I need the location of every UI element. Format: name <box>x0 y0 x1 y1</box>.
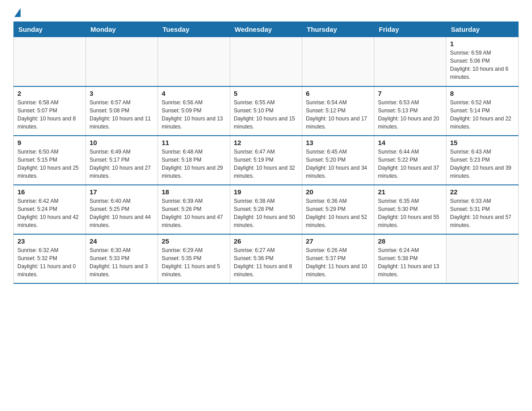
day-number: 1 <box>450 40 515 47</box>
day-info: Sunrise: 6:43 AMSunset: 5:23 PMDaylight:… <box>450 148 515 180</box>
logo-triangle-icon <box>14 8 21 17</box>
calendar-cell: 20Sunrise: 6:36 AMSunset: 5:29 PMDayligh… <box>302 185 374 234</box>
calendar-cell <box>86 37 158 86</box>
day-info: Sunrise: 6:33 AMSunset: 5:31 PMDaylight:… <box>450 197 515 229</box>
calendar-cell: 16Sunrise: 6:42 AMSunset: 5:24 PMDayligh… <box>14 185 86 234</box>
day-number: 25 <box>162 237 226 245</box>
calendar-cell: 13Sunrise: 6:45 AMSunset: 5:20 PMDayligh… <box>302 136 374 185</box>
calendar-cell: 19Sunrise: 6:38 AMSunset: 5:28 PMDayligh… <box>230 185 302 234</box>
day-info: Sunrise: 6:44 AMSunset: 5:22 PMDaylight:… <box>378 148 442 180</box>
day-info: Sunrise: 6:39 AMSunset: 5:26 PMDaylight:… <box>162 197 226 229</box>
day-info: Sunrise: 6:27 AMSunset: 5:36 PMDaylight:… <box>234 246 298 278</box>
calendar-cell: 17Sunrise: 6:40 AMSunset: 5:25 PMDayligh… <box>86 185 158 234</box>
day-number: 8 <box>450 90 515 97</box>
day-header-saturday: Saturday <box>446 22 519 37</box>
calendar-cell: 5Sunrise: 6:55 AMSunset: 5:10 PMDaylight… <box>230 86 302 136</box>
week-row-1: 2Sunrise: 6:58 AMSunset: 5:07 PMDaylight… <box>14 86 519 136</box>
calendar-cell: 26Sunrise: 6:27 AMSunset: 5:36 PMDayligh… <box>230 234 302 283</box>
day-number: 9 <box>17 139 82 146</box>
day-header-friday: Friday <box>374 22 446 37</box>
calendar-cell: 11Sunrise: 6:48 AMSunset: 5:18 PMDayligh… <box>158 136 230 185</box>
day-info: Sunrise: 6:29 AMSunset: 5:35 PMDaylight:… <box>162 246 226 278</box>
calendar-cell: 1Sunrise: 6:59 AMSunset: 5:06 PMDaylight… <box>446 37 519 86</box>
week-row-3: 16Sunrise: 6:42 AMSunset: 5:24 PMDayligh… <box>14 185 519 234</box>
calendar-cell <box>446 234 519 283</box>
day-header-sunday: Sunday <box>14 22 86 37</box>
day-info: Sunrise: 6:57 AMSunset: 5:08 PMDaylight:… <box>90 98 154 131</box>
calendar-cell: 7Sunrise: 6:53 AMSunset: 5:13 PMDaylight… <box>374 86 446 136</box>
day-header-tuesday: Tuesday <box>158 22 230 37</box>
calendar-cell: 28Sunrise: 6:24 AMSunset: 5:38 PMDayligh… <box>374 234 446 283</box>
calendar-cell: 22Sunrise: 6:33 AMSunset: 5:31 PMDayligh… <box>446 185 519 234</box>
day-header-monday: Monday <box>86 22 158 37</box>
calendar-cell: 2Sunrise: 6:58 AMSunset: 5:07 PMDaylight… <box>14 86 86 136</box>
week-row-2: 9Sunrise: 6:50 AMSunset: 5:15 PMDaylight… <box>14 136 519 185</box>
day-info: Sunrise: 6:30 AMSunset: 5:33 PMDaylight:… <box>90 246 154 278</box>
day-number: 28 <box>378 237 442 245</box>
calendar-cell: 10Sunrise: 6:49 AMSunset: 5:17 PMDayligh… <box>86 136 158 185</box>
day-info: Sunrise: 6:26 AMSunset: 5:37 PMDaylight:… <box>306 246 370 278</box>
calendar-cell: 4Sunrise: 6:56 AMSunset: 5:09 PMDaylight… <box>158 86 230 136</box>
calendar-cell: 6Sunrise: 6:54 AMSunset: 5:12 PMDaylight… <box>302 86 374 136</box>
day-number: 19 <box>234 188 298 196</box>
calendar-cell <box>14 37 86 86</box>
day-number: 15 <box>450 139 515 146</box>
day-number: 2 <box>17 90 82 97</box>
day-number: 13 <box>306 139 370 146</box>
logo <box>13 9 21 17</box>
calendar-cell: 23Sunrise: 6:32 AMSunset: 5:32 PMDayligh… <box>14 234 86 283</box>
day-info: Sunrise: 6:49 AMSunset: 5:17 PMDaylight:… <box>90 148 154 180</box>
day-number: 27 <box>306 237 370 245</box>
day-number: 5 <box>234 90 298 97</box>
day-info: Sunrise: 6:35 AMSunset: 5:30 PMDaylight:… <box>378 197 442 229</box>
day-number: 18 <box>162 188 226 196</box>
day-header-wednesday: Wednesday <box>230 22 302 37</box>
day-number: 17 <box>90 188 154 196</box>
day-info: Sunrise: 6:48 AMSunset: 5:18 PMDaylight:… <box>162 148 226 180</box>
day-info: Sunrise: 6:59 AMSunset: 5:06 PMDaylight:… <box>450 49 515 81</box>
day-info: Sunrise: 6:53 AMSunset: 5:13 PMDaylight:… <box>378 98 442 131</box>
calendar-cell <box>302 37 374 86</box>
day-info: Sunrise: 6:47 AMSunset: 5:19 PMDaylight:… <box>234 148 298 180</box>
day-info: Sunrise: 6:32 AMSunset: 5:32 PMDaylight:… <box>17 246 82 278</box>
day-info: Sunrise: 6:52 AMSunset: 5:14 PMDaylight:… <box>450 98 515 131</box>
day-header-thursday: Thursday <box>302 22 374 37</box>
calendar-cell: 3Sunrise: 6:57 AMSunset: 5:08 PMDaylight… <box>86 86 158 136</box>
calendar-cell: 18Sunrise: 6:39 AMSunset: 5:26 PMDayligh… <box>158 185 230 234</box>
day-number: 14 <box>378 139 442 146</box>
day-number: 4 <box>162 90 226 97</box>
day-number: 11 <box>162 139 226 146</box>
day-number: 7 <box>378 90 442 97</box>
page-header <box>13 9 519 17</box>
calendar-cell: 15Sunrise: 6:43 AMSunset: 5:23 PMDayligh… <box>446 136 519 185</box>
day-number: 16 <box>17 188 82 196</box>
day-number: 20 <box>306 188 370 196</box>
day-info: Sunrise: 6:56 AMSunset: 5:09 PMDaylight:… <box>162 98 226 131</box>
day-info: Sunrise: 6:40 AMSunset: 5:25 PMDaylight:… <box>90 197 154 229</box>
calendar-cell: 27Sunrise: 6:26 AMSunset: 5:37 PMDayligh… <box>302 234 374 283</box>
calendar-cell: 21Sunrise: 6:35 AMSunset: 5:30 PMDayligh… <box>374 185 446 234</box>
day-number: 21 <box>378 188 442 196</box>
calendar-cell: 12Sunrise: 6:47 AMSunset: 5:19 PMDayligh… <box>230 136 302 185</box>
day-info: Sunrise: 6:42 AMSunset: 5:24 PMDaylight:… <box>17 197 82 229</box>
calendar-cell: 14Sunrise: 6:44 AMSunset: 5:22 PMDayligh… <box>374 136 446 185</box>
calendar-cell <box>374 37 446 86</box>
day-info: Sunrise: 6:50 AMSunset: 5:15 PMDaylight:… <box>17 148 82 180</box>
calendar-table: SundayMondayTuesdayWednesdayThursdayFrid… <box>13 21 519 284</box>
day-number: 3 <box>90 90 154 97</box>
calendar-cell: 9Sunrise: 6:50 AMSunset: 5:15 PMDaylight… <box>14 136 86 185</box>
day-info: Sunrise: 6:38 AMSunset: 5:28 PMDaylight:… <box>234 197 298 229</box>
day-number: 22 <box>450 188 515 196</box>
day-info: Sunrise: 6:55 AMSunset: 5:10 PMDaylight:… <box>234 98 298 131</box>
day-number: 6 <box>306 90 370 97</box>
day-info: Sunrise: 6:45 AMSunset: 5:20 PMDaylight:… <box>306 148 370 180</box>
calendar-cell: 8Sunrise: 6:52 AMSunset: 5:14 PMDaylight… <box>446 86 519 136</box>
day-number: 23 <box>17 237 82 245</box>
day-number: 26 <box>234 237 298 245</box>
calendar-cell <box>158 37 230 86</box>
day-number: 24 <box>90 237 154 245</box>
day-info: Sunrise: 6:24 AMSunset: 5:38 PMDaylight:… <box>378 246 442 278</box>
day-number: 10 <box>90 139 154 146</box>
day-number: 12 <box>234 139 298 146</box>
week-row-0: 1Sunrise: 6:59 AMSunset: 5:06 PMDaylight… <box>14 37 519 86</box>
